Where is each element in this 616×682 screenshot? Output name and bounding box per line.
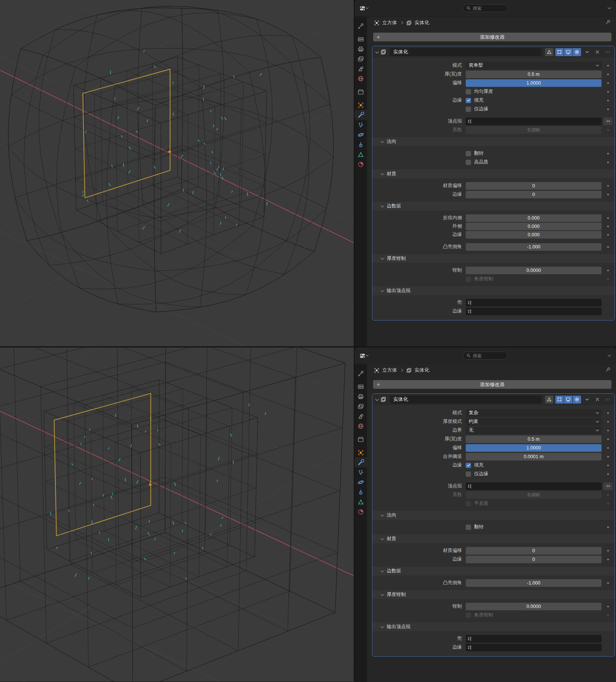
- breadcrumb-modifier-name[interactable]: 实体化: [414, 367, 429, 374]
- tab-particles[interactable]: [354, 467, 367, 477]
- display-on-cage-button[interactable]: [545, 48, 553, 56]
- tab-render[interactable]: [354, 382, 367, 391]
- display-render-button[interactable]: [573, 48, 581, 56]
- value-slider[interactable]: 0.5 m: [466, 435, 602, 443]
- animate-decorator-dot[interactable]: [607, 217, 609, 219]
- animate-decorator-dot[interactable]: [607, 465, 609, 466]
- value-slider[interactable]: 0.0001 m: [466, 453, 602, 460]
- value-slider[interactable]: 0: [466, 191, 602, 198]
- animate-decorator-dot[interactable]: [607, 526, 609, 528]
- animate-decorator-dot[interactable]: [607, 194, 609, 195]
- section-header[interactable]: 法向: [372, 510, 614, 520]
- value-slider[interactable]: 0.5 m: [466, 71, 602, 78]
- value-slider[interactable]: -1.000: [466, 579, 602, 587]
- tab-output[interactable]: [354, 44, 367, 54]
- expand-chevron-icon[interactable]: [375, 50, 379, 53]
- tab-constraints[interactable]: [354, 140, 367, 149]
- breadcrumb-modifier-name[interactable]: 实体化: [414, 19, 429, 26]
- animate-decorator-dot[interactable]: [607, 559, 609, 560]
- animate-decorator-dot[interactable]: [607, 74, 609, 75]
- section-header[interactable]: 材质: [372, 534, 614, 544]
- search-input[interactable]: [473, 6, 503, 11]
- display-edit-mode-button[interactable]: [555, 48, 564, 56]
- tab-object[interactable]: [354, 100, 367, 110]
- tab-view-layer[interactable]: [354, 401, 367, 411]
- tab-object-data[interactable]: [354, 149, 367, 159]
- vertex-group-field[interactable]: [466, 635, 602, 643]
- display-realtime-button[interactable]: [564, 48, 572, 56]
- value-slider[interactable]: 1.0000: [466, 444, 602, 452]
- animate-decorator-dot[interactable]: [607, 108, 609, 110]
- display-edit-mode-button[interactable]: [555, 396, 564, 404]
- section-header[interactable]: 厚度钳制: [372, 589, 614, 600]
- value-slider[interactable]: 0: [466, 547, 602, 555]
- editor-options-chevron-icon[interactable]: [607, 353, 612, 358]
- value-slider[interactable]: 0: [466, 556, 602, 563]
- tab-world[interactable]: [354, 421, 367, 431]
- animate-decorator-dot[interactable]: [607, 278, 609, 280]
- animate-decorator-dot[interactable]: [607, 494, 609, 496]
- tab-particles[interactable]: [354, 120, 367, 130]
- animate-decorator-dot[interactable]: [607, 246, 609, 248]
- dropdown-select[interactable]: 约束: [466, 418, 602, 426]
- swap-direction-button[interactable]: [603, 482, 613, 490]
- delete-modifier-button[interactable]: [593, 48, 602, 56]
- viewport-3d-bottom[interactable]: [0, 347, 354, 682]
- animate-decorator-dot[interactable]: [607, 162, 609, 163]
- editor-type-button[interactable]: [358, 5, 369, 12]
- tab-world[interactable]: [354, 74, 367, 83]
- modifier-name-field[interactable]: 实体化: [390, 48, 542, 56]
- pin-icon[interactable]: [605, 19, 611, 26]
- tab-tool[interactable]: [354, 368, 367, 378]
- animate-decorator-dot[interactable]: [607, 438, 609, 440]
- tab-tool[interactable]: [354, 21, 367, 31]
- viewport-3d-top[interactable]: [0, 0, 354, 346]
- animate-decorator-dot[interactable]: [607, 185, 609, 187]
- editor-options-chevron-icon[interactable]: [607, 5, 612, 11]
- animate-decorator-dot[interactable]: [607, 91, 609, 93]
- tab-material[interactable]: [354, 159, 367, 169]
- vertex-group-field[interactable]: [466, 299, 602, 306]
- breadcrumb-object-name[interactable]: 立方体: [382, 19, 397, 26]
- section-header[interactable]: 输出顶点组: [372, 286, 614, 296]
- vertex-group-field[interactable]: [466, 118, 602, 125]
- add-modifier-button[interactable]: 添加修改器: [373, 380, 611, 389]
- animate-decorator-dot[interactable]: [607, 226, 609, 227]
- tab-collection[interactable]: [354, 87, 367, 97]
- tab-material[interactable]: [354, 507, 367, 517]
- animate-decorator-dot[interactable]: [607, 606, 609, 607]
- value-slider[interactable]: 0: [466, 182, 602, 190]
- animate-decorator-dot[interactable]: [607, 447, 609, 449]
- value-slider[interactable]: 0.0000: [466, 267, 602, 274]
- animate-decorator-dot[interactable]: [607, 614, 609, 616]
- tab-object[interactable]: [354, 448, 367, 457]
- modifier-extras-chevron[interactable]: [583, 48, 591, 56]
- tab-physics[interactable]: [354, 477, 367, 487]
- section-header[interactable]: 材质: [372, 169, 614, 179]
- checkbox[interactable]: [466, 501, 471, 506]
- vertex-group-field[interactable]: [466, 644, 602, 651]
- vertex-group-field[interactable]: [466, 482, 602, 490]
- checkbox[interactable]: [466, 613, 471, 618]
- tab-collection[interactable]: [354, 434, 367, 444]
- animate-decorator-dot[interactable]: [607, 129, 609, 131]
- swap-direction-button[interactable]: [603, 118, 613, 125]
- checkbox[interactable]: [466, 89, 471, 94]
- vertex-group-field[interactable]: [466, 308, 602, 315]
- animate-decorator-dot[interactable]: [607, 412, 609, 414]
- editor-type-button[interactable]: [358, 352, 369, 360]
- tab-modifiers[interactable]: [354, 110, 367, 120]
- animate-decorator-dot[interactable]: [607, 82, 609, 84]
- dropdown-select[interactable]: 复杂: [466, 409, 602, 417]
- drag-grip-icon[interactable]: [603, 396, 612, 404]
- animate-decorator-dot[interactable]: [607, 270, 609, 271]
- animate-decorator-dot[interactable]: [607, 421, 609, 423]
- tab-output[interactable]: [354, 391, 367, 401]
- checkbox[interactable]: [466, 471, 471, 477]
- checkbox[interactable]: [466, 463, 471, 468]
- tab-scene[interactable]: [354, 64, 367, 74]
- checkbox[interactable]: [466, 107, 471, 112]
- animate-decorator-dot[interactable]: [607, 550, 609, 552]
- modifier-name-field[interactable]: 实体化: [390, 396, 542, 404]
- delete-modifier-button[interactable]: [593, 396, 602, 404]
